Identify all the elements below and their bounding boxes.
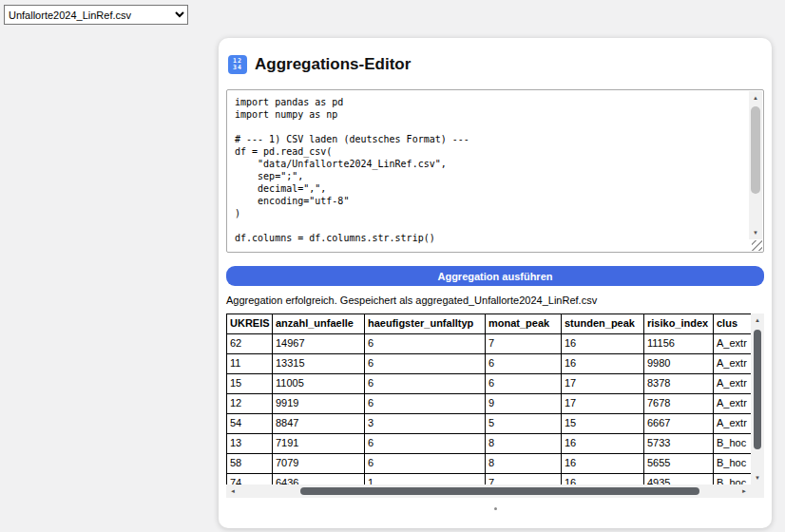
table-cell: 6436: [273, 474, 365, 485]
table-cell: 14967: [273, 334, 365, 354]
table-cell: 13315: [273, 354, 365, 374]
column-header: clus: [714, 314, 752, 334]
card-footer: [226, 507, 764, 510]
scrollbar-thumb[interactable]: [300, 487, 699, 495]
table-cell: 11005: [273, 374, 365, 394]
scroll-up-arrow-icon[interactable]: ▲: [751, 314, 764, 327]
table-row: 13719168165733B_hoc: [227, 434, 752, 454]
numbers-icon: 12 34: [228, 55, 247, 74]
table-row: 74643617164935B_hoc: [227, 474, 752, 485]
code-text[interactable]: import pandas as pd import numpy as np #…: [227, 90, 763, 250]
table-cell: 6: [365, 454, 486, 474]
table-cell: 16: [562, 354, 644, 374]
table-cell: 62: [227, 334, 273, 354]
table-cell: 8847: [273, 414, 365, 434]
table-cell: 6: [365, 354, 486, 374]
results-table-viewport[interactable]: UKREISanzahl_unfaellehaeufigster_unfallt…: [226, 314, 751, 484]
table-cell: 9919: [273, 394, 365, 414]
code-editor[interactable]: import pandas as pd import numpy as np #…: [226, 89, 764, 253]
table-cell: 16: [562, 454, 644, 474]
resize-grip-icon[interactable]: [752, 240, 762, 251]
title-row: 12 34 Aggregations-Editor: [228, 55, 762, 74]
column-header: UKREIS: [227, 314, 273, 334]
table-row: 54884735156667A_extr: [227, 414, 752, 434]
table-cell: 6667: [644, 414, 714, 434]
table-cell: 8: [486, 434, 562, 454]
table-cell: 9: [486, 394, 562, 414]
table-cell: A_extr: [714, 354, 752, 374]
table-cell: 74: [227, 474, 273, 485]
code-editor-scrollbar[interactable]: ▲ ▼: [749, 91, 762, 239]
column-header: anzahl_unfaelle: [273, 314, 365, 334]
numbers-icon-bottom: 34: [233, 65, 242, 71]
scroll-left-arrow-icon[interactable]: ◄: [226, 484, 239, 498]
scrollbar-thumb[interactable]: [751, 106, 760, 194]
table-cell: A_extr: [714, 414, 752, 434]
table-cell: 17: [562, 394, 644, 414]
table-row: 12991969177678A_extr: [227, 394, 752, 414]
table-cell: 3: [365, 414, 486, 434]
column-header: haeufigster_unfalltyp: [365, 314, 486, 334]
results-table-header-row: UKREISanzahl_unfaellehaeufigster_unfallt…: [227, 314, 752, 334]
table-cell: 11156: [644, 334, 714, 354]
table-cell: 15: [562, 414, 644, 434]
table-cell: 6: [365, 394, 486, 414]
table-cell: 9980: [644, 354, 714, 374]
table-cell: 15: [227, 374, 273, 394]
table-cell: 7191: [273, 434, 365, 454]
table-cell: A_extr: [714, 394, 752, 414]
table-row: 58707968165655B_hoc: [227, 454, 752, 474]
column-header: monat_peak: [486, 314, 562, 334]
scrollbar-corner: [751, 484, 764, 498]
table-cell: 16: [562, 434, 644, 454]
table-cell: 5733: [644, 434, 714, 454]
table-cell: B_hoc: [714, 474, 752, 485]
table-cell: 5655: [644, 454, 714, 474]
table-cell: 7079: [273, 454, 365, 474]
page-title: Aggregations-Editor: [255, 55, 411, 74]
table-cell: 12: [227, 394, 273, 414]
table-cell: 6: [365, 334, 486, 354]
table-cell: 7678: [644, 394, 714, 414]
table-cell: 4935: [644, 474, 714, 485]
scroll-down-arrow-icon[interactable]: ▼: [751, 471, 764, 484]
column-header: risiko_index: [644, 314, 714, 334]
table-cell: A_extr: [714, 334, 752, 354]
scroll-down-arrow-icon[interactable]: ▼: [749, 226, 762, 239]
table-row: 111331566169980A_extr: [227, 354, 752, 374]
file-select[interactable]: Unfallorte2024_LinRef.csv: [4, 5, 188, 25]
status-message: Aggregation erfolgreich. Gespeichert als…: [226, 294, 764, 306]
table-cell: 6: [365, 374, 486, 394]
table-cell: 11: [227, 354, 273, 374]
table-row: 151100566178378A_extr: [227, 374, 752, 394]
table-cell: 7: [486, 474, 562, 485]
table-cell: 8378: [644, 374, 714, 394]
table-horizontal-scrollbar[interactable]: ◄ ►: [226, 484, 751, 498]
run-aggregation-button[interactable]: Aggregation ausführen: [226, 266, 764, 286]
table-cell: 7: [486, 334, 562, 354]
table-cell: 1: [365, 474, 486, 485]
scrollbar-thumb[interactable]: [754, 330, 761, 449]
results-table-container: UKREISanzahl_unfaellehaeufigster_unfallt…: [226, 314, 764, 498]
table-cell: 54: [227, 414, 273, 434]
table-cell: A_extr: [714, 374, 752, 394]
table-cell: 6: [486, 354, 562, 374]
scroll-up-arrow-icon[interactable]: ▲: [749, 91, 762, 104]
drag-handle-dot: [494, 507, 497, 510]
scroll-right-arrow-icon[interactable]: ►: [737, 484, 751, 498]
table-cell: 6: [365, 434, 486, 454]
table-vertical-scrollbar[interactable]: ▲ ▼: [751, 314, 764, 484]
results-table: UKREISanzahl_unfaellehaeufigster_unfallt…: [226, 314, 751, 484]
column-header: stunden_peak: [562, 314, 644, 334]
table-cell: 16: [562, 334, 644, 354]
table-cell: 58: [227, 454, 273, 474]
table-cell: B_hoc: [714, 434, 752, 454]
table-cell: 17: [562, 374, 644, 394]
table-cell: 16: [562, 474, 644, 485]
table-cell: 5: [486, 414, 562, 434]
table-cell: B_hoc: [714, 454, 752, 474]
aggregation-editor-card: 12 34 Aggregations-Editor import pandas …: [219, 38, 772, 528]
table-cell: 8: [486, 454, 562, 474]
table-cell: 6: [486, 374, 562, 394]
table-row: 6214967671611156A_extr: [227, 334, 752, 354]
